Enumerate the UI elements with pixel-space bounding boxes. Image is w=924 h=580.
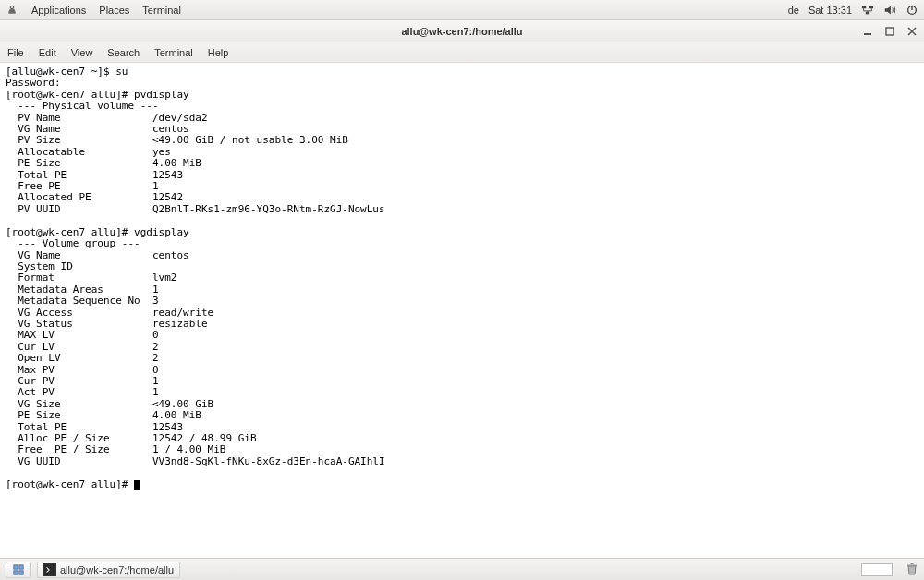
activities-foot-icon[interactable]	[6, 4, 18, 17]
pv-header: --- Physical volume ---	[6, 100, 159, 112]
vg-curlv-value: 2	[152, 341, 159, 353]
cmd-su: su	[116, 66, 128, 78]
vg-pesize-value: 4.00 MiB	[152, 409, 201, 421]
terminal-icon	[43, 563, 56, 576]
system-tray-box[interactable]	[861, 563, 893, 576]
vg-metaareas-label: Metadata Areas	[6, 284, 152, 296]
vg-metaseq-value: 3	[152, 295, 159, 307]
pv-freepe-value: 1	[152, 180, 159, 192]
pv-name-label: PV Name	[6, 112, 152, 124]
prompt-root: [root@wk-cen7 allu]#	[6, 226, 134, 238]
cmd-vgdisplay: vgdisplay	[134, 226, 189, 238]
menu-search[interactable]: Search	[107, 47, 140, 58]
vg-maxlv-label: MAX LV	[6, 329, 152, 341]
vg-curpv-label: Cur PV	[6, 375, 152, 387]
pv-vgname-label: VG Name	[6, 123, 152, 135]
svg-rect-14	[907, 564, 917, 566]
pv-size-value: <49.00 GiB / not usable 3.00 MiB	[152, 134, 348, 146]
window-titlebar[interactable]: allu@wk-cen7:/home/allu	[0, 20, 924, 42]
svg-rect-12	[19, 570, 23, 574]
vg-size-label: VG Size	[6, 398, 152, 410]
prompt-root: [root@wk-cen7 allu]#	[6, 89, 134, 101]
svg-rect-2	[862, 6, 866, 8]
vg-freepe-value: 1 / 4.00 MiB	[152, 443, 225, 455]
cmd-pvdisplay: pvdisplay	[134, 89, 189, 101]
menu-file[interactable]: File	[7, 47, 24, 58]
svg-rect-11	[14, 570, 18, 574]
svg-rect-8	[886, 28, 894, 35]
vg-actpv-value: 1	[152, 386, 159, 398]
clock[interactable]: Sat 13:31	[808, 5, 852, 16]
vg-curpv-value: 1	[152, 375, 159, 387]
vg-status-value: resizable	[152, 318, 208, 330]
vg-allocpe-label: Alloc PE / Size	[6, 432, 152, 444]
pv-size-label: PV Size	[6, 134, 152, 146]
menu-terminal-dropdown[interactable]: Terminal	[154, 47, 193, 58]
svg-point-0	[10, 6, 12, 8]
vg-format-value: lvm2	[152, 272, 177, 284]
terminal-menubar: File Edit View Search Terminal Help	[0, 42, 924, 63]
vg-status-label: VG Status	[6, 318, 152, 330]
menu-terminal[interactable]: Terminal	[142, 5, 181, 16]
pv-alloc-label: Allocatable	[6, 146, 152, 158]
svg-rect-13	[44, 564, 55, 575]
pv-pesize-label: PE Size	[6, 157, 152, 169]
menu-applications[interactable]: Applications	[31, 5, 86, 16]
vg-metaseq-label: Metadata Sequence No	[6, 295, 152, 307]
vg-maxpv-label: Max PV	[6, 364, 152, 376]
pv-totalpe-label: Total PE	[6, 169, 152, 181]
prompt-user: [allu@wk-cen7 ~]$	[6, 66, 116, 78]
vg-curlv-label: Cur LV	[6, 341, 152, 353]
vg-access-value: read/write	[152, 307, 213, 319]
svg-rect-10	[19, 564, 23, 568]
vg-size-value: <49.00 GiB	[152, 398, 213, 410]
pv-totalpe-value: 12543	[152, 169, 183, 181]
vg-openlv-label: Open LV	[6, 352, 152, 364]
vg-uuid-label: VG UUID	[6, 455, 152, 467]
pv-vgname-value: centos	[152, 123, 189, 135]
vg-name-label: VG Name	[6, 249, 152, 261]
power-icon[interactable]	[906, 4, 918, 17]
vg-access-label: VG Access	[6, 307, 152, 319]
menu-view[interactable]: View	[71, 47, 93, 58]
vg-pesize-label: PE Size	[6, 409, 152, 421]
vg-name-value: centos	[152, 249, 189, 261]
taskbar-entry-label: allu@wk-cen7:/home/allu	[60, 564, 174, 575]
network-icon[interactable]	[861, 4, 874, 17]
pv-pesize-value: 4.00 MiB	[152, 157, 201, 169]
vg-totalpe-value: 12543	[152, 421, 183, 433]
vg-totalpe-label: Total PE	[6, 421, 152, 433]
svg-rect-9	[14, 564, 18, 568]
terminal-cursor	[134, 480, 140, 490]
window-maximize-button[interactable]	[883, 25, 896, 38]
vg-freepe-label: Free PE / Size	[6, 443, 152, 455]
taskbar-entry-terminal[interactable]: allu@wk-cen7:/home/allu	[37, 562, 180, 578]
menu-edit[interactable]: Edit	[39, 47, 56, 58]
show-desktop-icon	[12, 563, 25, 576]
trash-icon[interactable]	[906, 562, 918, 577]
pv-uuid-value: Q2BnlT-RKs1-zm96-YQ3o-RNtm-RzGJ-NowLus	[152, 203, 385, 215]
terminal-viewport[interactable]: [allu@wk-cen7 ~]$ su Password: [root@wk-…	[0, 63, 924, 558]
svg-rect-6	[911, 5, 912, 9]
window-title: allu@wk-cen7:/home/allu	[401, 26, 522, 37]
svg-rect-15	[911, 563, 914, 565]
menu-help[interactable]: Help	[208, 47, 229, 58]
vg-openlv-value: 2	[152, 352, 159, 364]
svg-point-1	[13, 6, 15, 8]
menu-places[interactable]: Places	[99, 5, 129, 16]
vg-metaareas-value: 1	[152, 284, 159, 296]
window-minimize-button[interactable]	[861, 25, 874, 38]
svg-rect-3	[869, 6, 873, 8]
svg-rect-7	[864, 33, 871, 35]
prompt-root: [root@wk-cen7 allu]#	[6, 478, 134, 490]
keyboard-layout-indicator[interactable]: de	[788, 5, 799, 16]
window-close-button[interactable]	[906, 25, 918, 38]
show-desktop-button[interactable]	[6, 562, 31, 578]
volume-icon[interactable]	[883, 4, 896, 17]
pv-allocpe-label: Allocated PE	[6, 191, 152, 203]
pv-uuid-label: PV UUID	[6, 203, 152, 215]
desktop-bottom-panel: allu@wk-cen7:/home/allu	[0, 558, 924, 580]
vg-actpv-label: Act PV	[6, 386, 152, 398]
vg-format-label: Format	[6, 272, 152, 284]
vg-header: --- Volume group ---	[6, 237, 140, 249]
